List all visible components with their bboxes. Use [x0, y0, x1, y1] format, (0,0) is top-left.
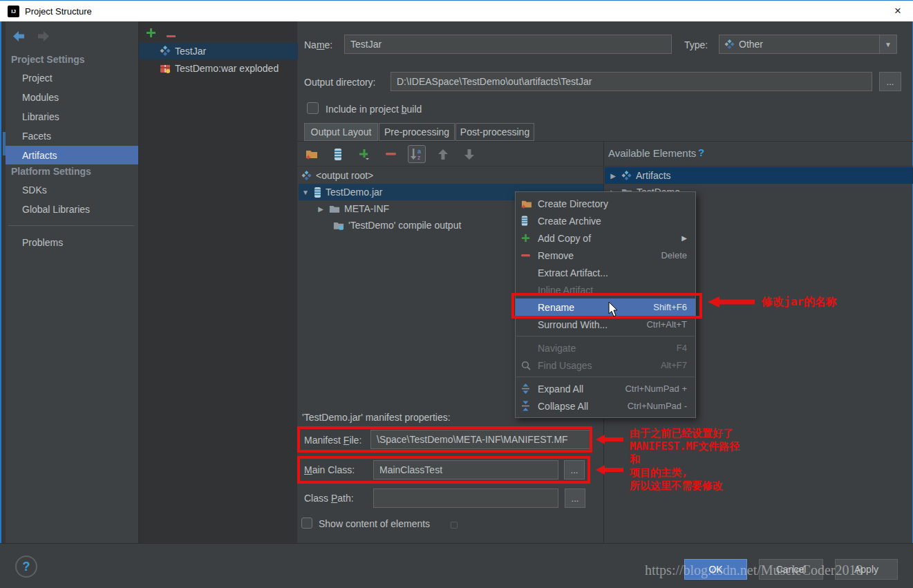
ok-button[interactable]: OK — [684, 559, 747, 580]
panel-border — [297, 141, 913, 142]
create-directory-icon — [521, 199, 538, 209]
main-class-label: Main Class: — [304, 464, 355, 475]
menu-item-expand-all[interactable]: Expand All Ctrl+NumPad + — [516, 380, 695, 397]
name-input[interactable]: TestJar — [344, 35, 672, 54]
main-class-browse-button[interactable]: ... — [564, 460, 585, 480]
manifest-file-label: Manifest File: — [304, 435, 361, 446]
menu-separator — [516, 336, 695, 336]
toolbar-divider — [297, 166, 913, 167]
create-archive-icon — [521, 216, 538, 226]
settings-sidebar: Project Settings Project Modules Librari… — [6, 21, 138, 543]
apply-button[interactable]: Apply — [835, 559, 898, 580]
add-icon — [521, 234, 538, 243]
show-content-checkbox[interactable] — [301, 518, 312, 529]
help-button[interactable]: ? — [15, 556, 37, 578]
name-label: Name: — [304, 39, 332, 50]
menu-item-navigate: Navigate F4 — [516, 339, 695, 357]
tab-post-processing[interactable]: Post-processing — [455, 123, 534, 141]
include-in-project-build-label: Include in project build — [326, 104, 422, 115]
move-up-icon — [434, 145, 452, 163]
rename-annotation-arrow — [708, 296, 755, 311]
menu-item-rename[interactable]: Rename Shift+F6 — [516, 298, 695, 316]
manifest-properties-title: 'TestDemo.jar' manifest properties: — [302, 412, 451, 423]
manifest-annotation-text: 由于之前已经设置好了 MANIFEST.MF文件路径 和 项目的主类, 所以这里… — [630, 427, 740, 493]
chevron-down-icon: ▼ — [879, 35, 896, 53]
section-header-platform-settings: Platform Settings — [11, 166, 91, 177]
expand-all-icon — [521, 383, 538, 394]
window-title: Project Structure — [25, 6, 92, 17]
manifest-file-input[interactable]: \Space\TestDemo\META-INF\MANIFEST.MF — [370, 430, 590, 449]
menu-item-remove[interactable]: Remove Delete — [516, 247, 695, 264]
menu-item-create-directory[interactable]: Create Directory — [516, 195, 695, 212]
class-path-label: Class Path: — [304, 493, 354, 504]
artifact-icon — [160, 46, 171, 57]
sidebar-item-project[interactable]: Project — [6, 68, 138, 87]
section-header-project-settings: Project Settings — [11, 54, 85, 65]
layout-toolbar: a z — [303, 142, 478, 166]
menu-item-surround-with[interactable]: Surround With... Ctrl+Alt+T — [516, 316, 695, 333]
add-artifact-icon[interactable] — [146, 28, 156, 41]
output-directory-input[interactable]: D:\IDEASpace\TestDemo\out\artifacts\Test… — [390, 72, 872, 91]
sidebar-item-facets[interactable]: Facets — [6, 126, 138, 145]
available-row-artifacts[interactable]: ▶ Artifacts — [605, 167, 913, 184]
exploded-war-icon — [160, 63, 171, 74]
artifact-list-item-testjar[interactable]: TestJar — [139, 43, 298, 59]
jar-icon — [314, 187, 321, 198]
close-icon[interactable]: × — [888, 2, 907, 20]
chevron-collapsed-icon[interactable]: ▶ — [609, 172, 617, 180]
tree-row-output-root[interactable]: <output root> — [299, 167, 603, 184]
remove-icon[interactable] — [382, 145, 399, 163]
rename-annotation-text: 修改jar的名称 — [762, 295, 837, 310]
help-icon[interactable]: ? — [698, 146, 704, 158]
dialog-footer: ? OK Cancel Apply — [0, 543, 913, 588]
svg-text:z: z — [417, 154, 421, 160]
sidebar-item-problems[interactable]: Problems — [6, 233, 138, 252]
sidebar-item-modules[interactable]: Modules — [6, 88, 138, 106]
output-directory-browse-button[interactable]: ... — [879, 72, 901, 91]
tab-output-layout[interactable]: Output Layout — [304, 123, 378, 141]
compile-output-folder-icon — [333, 221, 344, 230]
sidebar-item-artifacts[interactable]: Artifacts — [6, 146, 138, 164]
intellij-logo-icon: IJ — [8, 6, 19, 17]
artifact-list-item-testdemo-war[interactable]: TestDemo:war exploded — [139, 60, 298, 77]
type-select[interactable]: Other ▼ — [719, 35, 897, 54]
menu-item-add-copy-of[interactable]: Add Copy of ▶ — [516, 229, 695, 247]
main-class-input[interactable]: MainClassTest — [373, 460, 558, 480]
class-path-browse-button[interactable]: ... — [565, 489, 585, 508]
remove-icon — [521, 254, 538, 257]
search-icon — [521, 361, 538, 370]
manifest-annotation-arrow — [596, 434, 623, 448]
sidebar-item-sdks[interactable]: SDKs — [6, 180, 138, 199]
project-structure-dialog: IJ Project Structure × Project Settings … — [0, 0, 913, 588]
sidebar-item-global-libraries[interactable]: Global Libraries — [6, 200, 138, 218]
sort-alphabetically-icon[interactable]: a z — [408, 145, 426, 163]
output-directory-label: Output directory: — [304, 77, 376, 88]
show-content-label: Show content of elements — [319, 518, 430, 529]
collapse-all-icon — [521, 401, 538, 411]
create-directory-icon[interactable] — [303, 145, 321, 163]
artifacts-list-panel: TestJar TestDemo:war exploded — [138, 21, 297, 543]
include-in-project-build-checkbox[interactable] — [307, 102, 319, 114]
menu-item-find-usages: Find Usages Alt+F7 — [516, 357, 695, 374]
remove-artifact-icon[interactable] — [166, 29, 176, 41]
sidebar-item-libraries[interactable]: Libraries — [6, 107, 138, 126]
type-label: Type: — [684, 39, 708, 50]
context-menu: Create Directory Create Archive Add Copy… — [515, 191, 696, 418]
menu-item-extract-artifact[interactable]: Extract Artifact... — [516, 264, 695, 281]
cancel-button[interactable]: Cancel — [759, 559, 823, 580]
submenu-arrow-icon: ▶ — [681, 234, 687, 242]
menu-item-collapse-all[interactable]: Collapse All Ctrl+NumPad - — [516, 397, 695, 415]
back-arrow-icon[interactable] — [11, 28, 28, 44]
chevron-expanded-icon[interactable]: ▼ — [301, 189, 310, 196]
artifact-icon — [301, 171, 312, 181]
chevron-collapsed-icon[interactable]: ▶ — [317, 205, 325, 213]
tab-pre-processing[interactable]: Pre-processing — [379, 123, 455, 141]
class-path-input[interactable] — [373, 489, 558, 508]
artifact-icon — [724, 39, 735, 50]
title-bar: IJ Project Structure × — [0, 0, 913, 21]
available-elements-header: Available Elements — [608, 147, 696, 159]
create-archive-icon[interactable] — [329, 145, 347, 163]
menu-item-create-archive[interactable]: Create Archive — [516, 212, 695, 229]
add-icon[interactable] — [355, 145, 373, 163]
forward-arrow-icon — [35, 28, 51, 44]
